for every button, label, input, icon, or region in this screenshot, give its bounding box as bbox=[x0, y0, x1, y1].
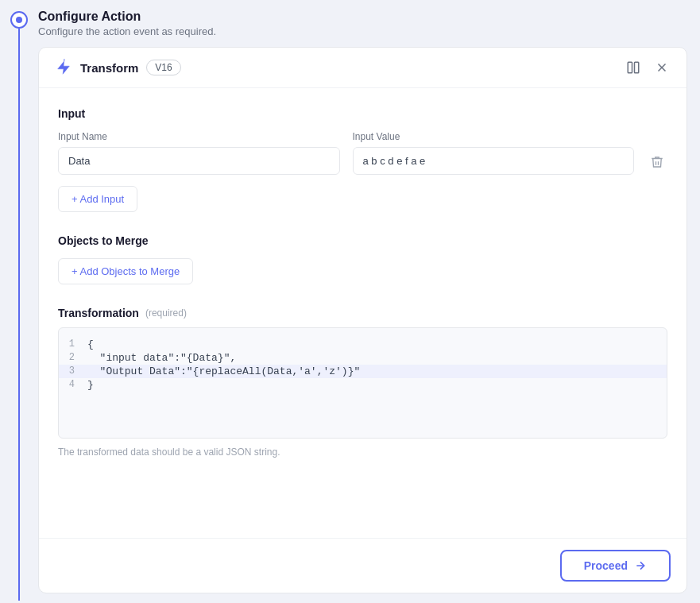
input-name-label: Input Name bbox=[58, 131, 340, 142]
transform-icon bbox=[55, 59, 72, 76]
input-section-title: Input bbox=[58, 107, 667, 120]
arrow-right-icon bbox=[634, 559, 647, 572]
step-dot bbox=[16, 17, 22, 23]
expand-button[interactable] bbox=[625, 59, 642, 76]
card-header-right bbox=[625, 59, 671, 76]
card-footer: Proceed bbox=[39, 538, 686, 593]
objects-section-title: Objects to Merge bbox=[58, 234, 667, 247]
svg-rect-1 bbox=[635, 62, 639, 73]
hint-text: The transformed data should be a valid J… bbox=[58, 446, 667, 458]
close-button[interactable] bbox=[653, 59, 671, 76]
code-line-3: 3 "Output Data":"{replaceAll(Data,'a','z… bbox=[59, 365, 667, 378]
add-input-button[interactable]: + Add Input bbox=[58, 186, 137, 212]
code-editor[interactable]: 1 { 2 "input data":"{Data}", 3 "Output D… bbox=[58, 327, 667, 439]
add-objects-label: + Add Objects to Merge bbox=[72, 265, 180, 277]
required-label: (required) bbox=[145, 307, 187, 319]
input-name-field[interactable] bbox=[58, 147, 340, 175]
input-value-field[interactable] bbox=[353, 147, 635, 175]
version-badge: V16 bbox=[146, 60, 180, 75]
card-header-left: Transform V16 bbox=[55, 59, 181, 76]
card-header: Transform V16 bbox=[39, 48, 686, 88]
line-number-2: 2 bbox=[59, 352, 87, 363]
transformation-title: Transformation bbox=[58, 307, 139, 319]
page-title: Configure Action bbox=[38, 10, 687, 24]
main-card: Transform V16 bbox=[38, 47, 687, 593]
configure-header: Configure Action Configure the action ev… bbox=[38, 10, 687, 37]
code-line-1: 1 { bbox=[59, 338, 667, 351]
card-body: Input Input Name Input Value bbox=[39, 88, 686, 538]
line-number-3: 3 bbox=[59, 365, 87, 377]
main-content: Configure Action Configure the action ev… bbox=[38, 0, 700, 603]
add-objects-button[interactable]: + Add Objects to Merge bbox=[58, 258, 193, 284]
transformation-section: Transformation (required) 1 { 2 "input d… bbox=[58, 307, 667, 458]
line-content-3: "Output Data":"{replaceAll(Data,'a','z')… bbox=[87, 365, 360, 377]
line-content-2: "input data":"{Data}", bbox=[87, 352, 236, 364]
proceed-button[interactable]: Proceed bbox=[560, 550, 671, 582]
line-number-1: 1 bbox=[59, 338, 87, 350]
card-title: Transform bbox=[80, 61, 138, 75]
input-value-group: Input Value bbox=[353, 131, 635, 175]
input-section: Input Input Name Input Value bbox=[58, 107, 667, 212]
input-name-group: Input Name bbox=[58, 131, 340, 175]
code-line-4: 4 } bbox=[59, 378, 667, 392]
input-value-label: Input Value bbox=[353, 131, 635, 142]
add-input-label: + Add Input bbox=[72, 193, 124, 205]
input-row: Input Name Input Value bbox=[58, 131, 667, 175]
objects-section: Objects to Merge + Add Objects to Merge bbox=[58, 234, 667, 284]
line-content-1: { bbox=[87, 338, 94, 350]
delete-input-button[interactable] bbox=[647, 152, 667, 172]
proceed-label: Proceed bbox=[584, 559, 628, 572]
svg-rect-0 bbox=[628, 62, 632, 73]
page-subtitle: Configure the action event as required. bbox=[38, 25, 687, 37]
code-line-2: 2 "input data":"{Data}", bbox=[59, 351, 667, 365]
line-content-4: } bbox=[87, 379, 94, 391]
step-indicator bbox=[10, 11, 28, 29]
line-number-4: 4 bbox=[59, 379, 87, 390]
left-sidebar bbox=[0, 0, 38, 603]
transformation-header: Transformation (required) bbox=[58, 307, 667, 319]
